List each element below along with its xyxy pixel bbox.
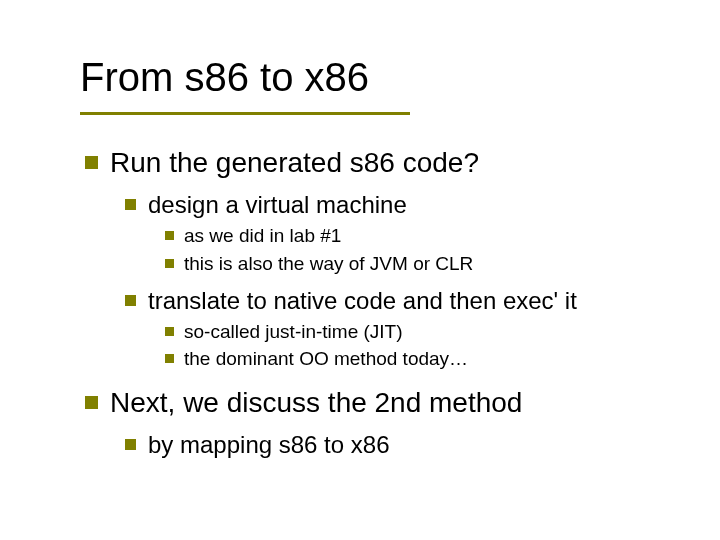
- bullet-text: this is also the way of JVM or CLR: [184, 252, 660, 276]
- bullet-text: design a virtual machine: [148, 190, 660, 220]
- square-bullet-icon: [85, 396, 98, 409]
- square-bullet-icon: [85, 156, 98, 169]
- bullet-level1: Run the generated s86 code?: [85, 145, 660, 180]
- bullet-text: so-called just-in-time (JIT): [184, 320, 660, 344]
- bullet-level1: Next, we discuss the 2nd method: [85, 385, 660, 420]
- bullet-level2: translate to native code and then exec' …: [125, 286, 660, 316]
- square-bullet-icon: [125, 295, 136, 306]
- bullet-text: as we did in lab #1: [184, 224, 660, 248]
- slide: From s86 to x86 Run the generated s86 co…: [0, 0, 720, 540]
- square-bullet-icon: [165, 354, 174, 363]
- bullet-level2: by mapping s86 to x86: [125, 430, 660, 460]
- title-underline: [80, 112, 410, 115]
- square-bullet-icon: [165, 231, 174, 240]
- square-bullet-icon: [125, 199, 136, 210]
- slide-title: From s86 to x86: [80, 55, 369, 100]
- square-bullet-icon: [125, 439, 136, 450]
- bullet-level3: so-called just-in-time (JIT): [165, 320, 660, 344]
- bullet-level2: design a virtual machine: [125, 190, 660, 220]
- bullet-level3: as we did in lab #1: [165, 224, 660, 248]
- bullet-level3: this is also the way of JVM or CLR: [165, 252, 660, 276]
- slide-body: Run the generated s86 code? design a vir…: [85, 145, 660, 464]
- bullet-text: by mapping s86 to x86: [148, 430, 660, 460]
- square-bullet-icon: [165, 327, 174, 336]
- bullet-text: the dominant OO method today…: [184, 347, 660, 371]
- bullet-text: translate to native code and then exec' …: [148, 286, 660, 316]
- bullet-text: Run the generated s86 code?: [110, 145, 660, 180]
- bullet-level3: the dominant OO method today…: [165, 347, 660, 371]
- bullet-text: Next, we discuss the 2nd method: [110, 385, 660, 420]
- square-bullet-icon: [165, 259, 174, 268]
